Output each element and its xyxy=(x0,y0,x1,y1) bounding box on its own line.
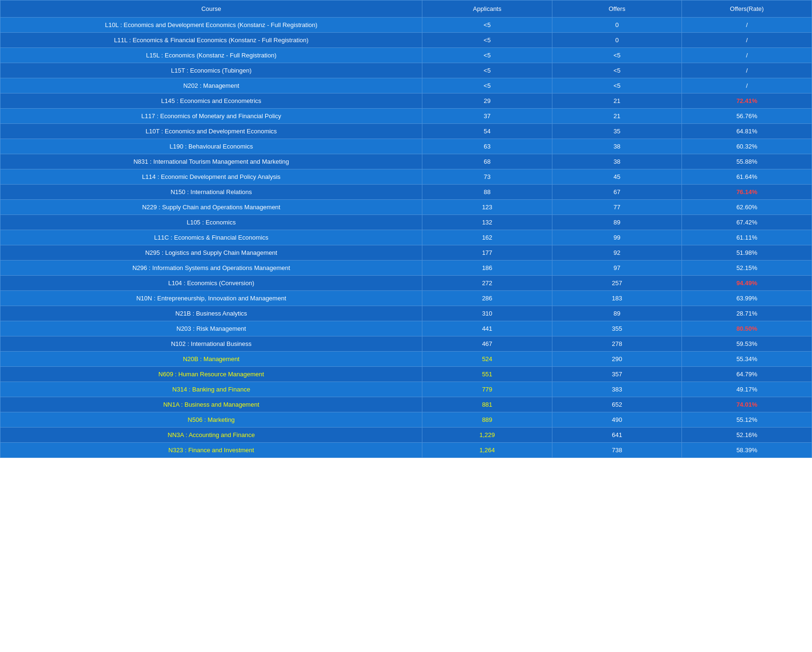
cell-course: L10T : Economics and Development Economi… xyxy=(0,124,422,139)
cell-offers: 38 xyxy=(552,139,682,154)
cell-offers: 355 xyxy=(552,321,682,336)
cell-rate: 64.79% xyxy=(682,367,812,382)
cell-rate: 51.98% xyxy=(682,245,812,261)
cell-course: NN1A : Business and Management xyxy=(0,397,422,412)
cell-course: L104 : Economics (Conversion) xyxy=(0,276,422,291)
table-row: N323 : Finance and Investment1,26473858.… xyxy=(0,443,812,458)
cell-applicants: 186 xyxy=(422,261,552,276)
cell-course: N314 : Banking and Finance xyxy=(0,382,422,397)
table-row: N296 : Information Systems and Operation… xyxy=(0,261,812,276)
table-row: L105 : Economics1328967.42% xyxy=(0,215,812,230)
cell-rate: 55.88% xyxy=(682,154,812,169)
cell-rate: 60.32% xyxy=(682,139,812,154)
cell-course: N229 : Supply Chain and Operations Manag… xyxy=(0,200,422,215)
cell-rate: 74.01% xyxy=(682,397,812,412)
cell-offers: 89 xyxy=(552,306,682,321)
cell-course: N323 : Finance and Investment xyxy=(0,443,422,458)
cell-applicants: 1,264 xyxy=(422,443,552,458)
cell-applicants: 272 xyxy=(422,276,552,291)
cell-rate: 59.53% xyxy=(682,336,812,352)
cell-applicants: 29 xyxy=(422,93,552,109)
table-row: L15L : Economics (Konstanz - Full Regist… xyxy=(0,48,812,63)
cell-rate: / xyxy=(682,48,812,63)
cell-applicants: 881 xyxy=(422,397,552,412)
cell-rate: 72.41% xyxy=(682,93,812,109)
cell-course: N296 : Information Systems and Operation… xyxy=(0,261,422,276)
header-course: Course xyxy=(0,0,422,18)
cell-offers: 278 xyxy=(552,336,682,352)
cell-offers: 21 xyxy=(552,109,682,124)
table-row: L117 : Economics of Monetary and Financi… xyxy=(0,109,812,124)
cell-course: N10N : Entrepreneurship, Innovation and … xyxy=(0,291,422,306)
table-row: N10N : Entrepreneurship, Innovation and … xyxy=(0,291,812,306)
cell-offers: 89 xyxy=(552,215,682,230)
cell-applicants: 88 xyxy=(422,185,552,200)
table-header-row: Course Applicants Offers Offers(Rate) xyxy=(0,0,812,18)
cell-applicants: 123 xyxy=(422,200,552,215)
cell-course: N831 : International Tourism Management … xyxy=(0,154,422,169)
cell-rate: 64.81% xyxy=(682,124,812,139)
cell-offers: 0 xyxy=(552,18,682,33)
cell-course: L114 : Economic Development and Policy A… xyxy=(0,169,422,185)
cell-applicants: 467 xyxy=(422,336,552,352)
cell-course: N203 : Risk Management xyxy=(0,321,422,336)
cell-rate: 52.16% xyxy=(682,428,812,443)
cell-offers: 35 xyxy=(552,124,682,139)
table-row: NN3A : Accounting and Finance1,22964152.… xyxy=(0,428,812,443)
cell-rate: 67.42% xyxy=(682,215,812,230)
cell-applicants: 889 xyxy=(422,412,552,428)
cell-offers: <5 xyxy=(552,78,682,93)
table-row: N506 : Marketing88949055.12% xyxy=(0,412,812,428)
table-row: L10T : Economics and Development Economi… xyxy=(0,124,812,139)
cell-applicants: 779 xyxy=(422,382,552,397)
cell-course: L11L : Economics & Financial Economics (… xyxy=(0,33,422,48)
cell-course: L15L : Economics (Konstanz - Full Regist… xyxy=(0,48,422,63)
cell-applicants: 286 xyxy=(422,291,552,306)
cell-offers: <5 xyxy=(552,48,682,63)
table-row: N314 : Banking and Finance77938349.17% xyxy=(0,382,812,397)
cell-rate: 62.60% xyxy=(682,200,812,215)
table-row: L114 : Economic Development and Policy A… xyxy=(0,169,812,185)
cell-applicants: <5 xyxy=(422,48,552,63)
cell-course: N295 : Logistics and Supply Chain Manage… xyxy=(0,245,422,261)
cell-rate: 76.14% xyxy=(682,185,812,200)
data-table: Course Applicants Offers Offers(Rate) L1… xyxy=(0,0,812,458)
cell-offers: 67 xyxy=(552,185,682,200)
cell-course: L105 : Economics xyxy=(0,215,422,230)
table-row: L104 : Economics (Conversion)27225794.49… xyxy=(0,276,812,291)
cell-course: N21B : Business Analytics xyxy=(0,306,422,321)
cell-offers: 641 xyxy=(552,428,682,443)
table-row: N150 : International Relations886776.14% xyxy=(0,185,812,200)
cell-course: L145 : Economics and Econometrics xyxy=(0,93,422,109)
cell-applicants: 162 xyxy=(422,230,552,245)
cell-applicants: 441 xyxy=(422,321,552,336)
table-row: N609 : Human Resource Management55135764… xyxy=(0,367,812,382)
cell-applicants: 310 xyxy=(422,306,552,321)
cell-rate: 61.64% xyxy=(682,169,812,185)
table-row: N295 : Logistics and Supply Chain Manage… xyxy=(0,245,812,261)
cell-rate: 55.34% xyxy=(682,352,812,367)
cell-applicants: <5 xyxy=(422,18,552,33)
table-row: L11C : Economics & Financial Economics16… xyxy=(0,230,812,245)
table-row: N229 : Supply Chain and Operations Manag… xyxy=(0,200,812,215)
cell-applicants: 132 xyxy=(422,215,552,230)
cell-offers: 99 xyxy=(552,230,682,245)
cell-course: N102 : International Business xyxy=(0,336,422,352)
table-row: N831 : International Tourism Management … xyxy=(0,154,812,169)
cell-rate: / xyxy=(682,78,812,93)
cell-offers: 21 xyxy=(552,93,682,109)
table-row: L145 : Economics and Econometrics292172.… xyxy=(0,93,812,109)
table-row: L15T : Economics (Tubingen)<5<5/ xyxy=(0,63,812,78)
cell-course: NN3A : Accounting and Finance xyxy=(0,428,422,443)
header-applicants: Applicants xyxy=(422,0,552,18)
cell-applicants: 73 xyxy=(422,169,552,185)
cell-offers: 38 xyxy=(552,154,682,169)
cell-course: L190 : Behavioural Economics xyxy=(0,139,422,154)
table-row: N21B : Business Analytics3108928.71% xyxy=(0,306,812,321)
table-row: N102 : International Business46727859.53… xyxy=(0,336,812,352)
cell-rate: 58.39% xyxy=(682,443,812,458)
cell-course: N609 : Human Resource Management xyxy=(0,367,422,382)
cell-course: L10L : Economics and Development Economi… xyxy=(0,18,422,33)
cell-applicants: 68 xyxy=(422,154,552,169)
cell-rate: 49.17% xyxy=(682,382,812,397)
